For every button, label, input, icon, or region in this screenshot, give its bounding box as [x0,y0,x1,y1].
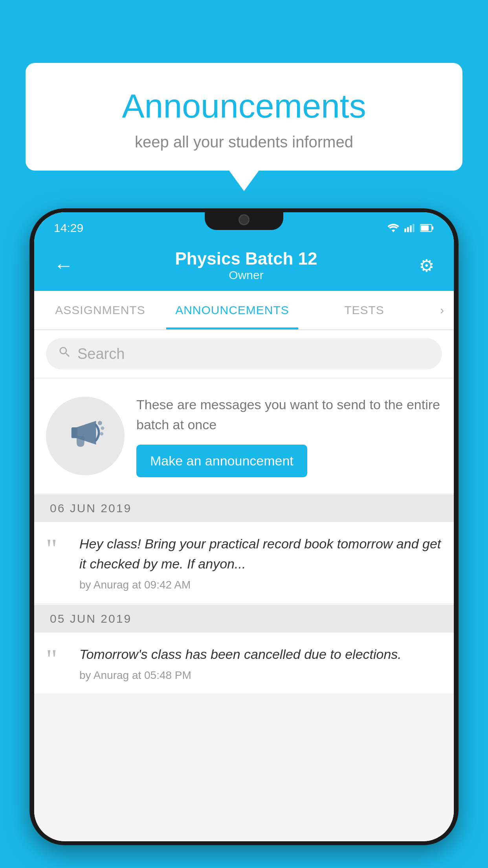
announcement-text-wrap-1: Hey class! Bring your practical record b… [79,534,442,591]
speech-bubble-container: Announcements keep all your students inf… [26,63,462,171]
search-icon [58,345,72,362]
speech-bubble-subtitle: keep all your students informed [45,133,443,151]
search-container: Search [34,330,454,377]
search-bar[interactable]: Search [46,338,442,370]
content-area: Search T [34,330,454,841]
announcement-text-wrap-2: Tomorrow's class has been cancelled due … [79,644,442,682]
settings-icon[interactable]: ⚙ [415,252,438,280]
megaphone-icon [64,414,107,458]
back-button[interactable]: ← [50,250,77,281]
speech-bubble: Announcements keep all your students inf… [26,63,462,171]
svg-rect-3 [413,224,415,232]
svg-rect-2 [410,225,412,232]
svg-point-8 [98,421,102,425]
wifi-icon [387,223,400,233]
app-bar-title-group: Physics Batch 12 Owner [175,249,317,282]
promo-content: These are messages you want to send to t… [136,395,442,477]
speech-bubble-title: Announcements [45,86,443,125]
tab-more[interactable]: › [430,291,454,329]
announcement-meta-2: by Anurag at 05:48 PM [79,669,442,682]
announcement-item-1[interactable]: " Hey class! Bring your practical record… [34,522,454,603]
tab-tests[interactable]: TESTS [298,291,430,329]
phone-screen: 14:29 [34,212,454,841]
quote-icon-2: " [46,648,70,670]
date-separator-1: 06 JUN 2019 [34,495,454,522]
announcement-meta-1: by Anurag at 09:42 AM [79,579,442,591]
promo-description: These are messages you want to send to t… [136,395,442,435]
announcement-item-2[interactable]: " Tomorrow's class has been cancelled du… [34,633,454,694]
promo-icon-circle [46,397,125,475]
svg-rect-7 [72,427,77,438]
svg-rect-6 [432,226,433,230]
signal-icon [404,223,415,233]
battery-icon [420,224,434,232]
status-icons [387,223,434,233]
search-placeholder: Search [77,346,125,362]
phone-frame: 14:29 [29,208,459,845]
tabs-bar: ASSIGNMENTS ANNOUNCEMENTS TESTS › [34,291,454,330]
tab-announcements[interactable]: ANNOUNCEMENTS [166,291,298,329]
svg-point-10 [100,432,103,436]
svg-point-9 [101,427,105,430]
svg-rect-5 [421,225,429,231]
svg-rect-1 [407,227,409,232]
announcement-text-2: Tomorrow's class has been cancelled due … [79,644,442,664]
announcement-text-1: Hey class! Bring your practical record b… [79,534,442,574]
phone-notch [205,208,283,230]
promo-card: These are messages you want to send to t… [34,379,454,493]
make-announcement-button[interactable]: Make an announcement [136,445,307,477]
svg-rect-0 [404,228,406,232]
date-separator-2: 05 JUN 2019 [34,605,454,633]
status-time: 14:29 [54,221,83,235]
phone-camera [238,214,250,225]
quote-icon-1: " [46,538,70,560]
app-bar: ← Physics Batch 12 Owner ⚙ [34,240,454,291]
tab-assignments[interactable]: ASSIGNMENTS [34,291,166,329]
app-bar-subtitle: Owner [175,268,317,282]
app-bar-title: Physics Batch 12 [175,249,317,268]
